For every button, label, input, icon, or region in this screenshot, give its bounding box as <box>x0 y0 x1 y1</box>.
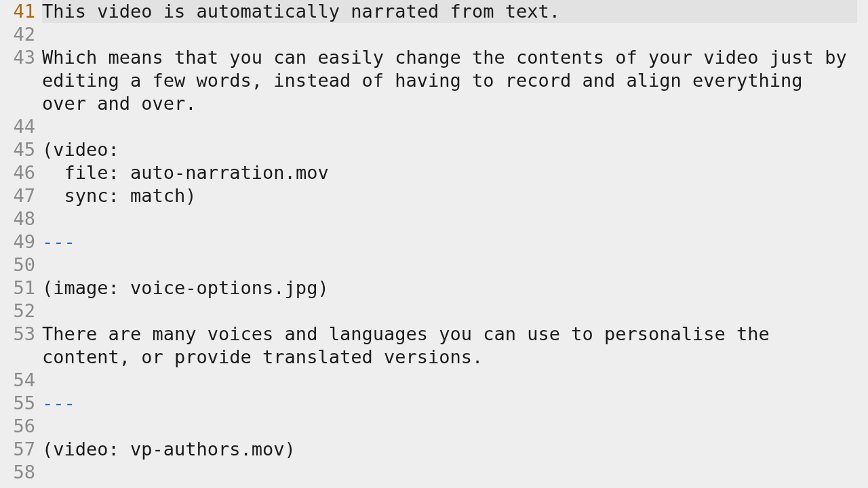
editor-line[interactable]: 54 <box>0 369 868 392</box>
line-number: 54 <box>0 369 42 392</box>
editor-line[interactable]: 46 file: auto-narration.mov <box>0 161 868 184</box>
line-number: 58 <box>0 461 42 484</box>
line-text: sync: match) <box>42 185 197 206</box>
line-number: 41 <box>0 0 42 23</box>
line-number: 45 <box>0 138 42 161</box>
line-number: 44 <box>0 115 42 138</box>
line-number: 55 <box>0 392 42 415</box>
editor-line[interactable]: 57(video: vp-authors.mov) <box>0 438 868 461</box>
line-content[interactable]: Which means that you can easily change t… <box>42 46 868 115</box>
editor-line[interactable]: 52 <box>0 300 868 323</box>
line-number: 46 <box>0 161 42 184</box>
line-text: There are many voices and languages you … <box>42 323 781 367</box>
line-content[interactable]: --- <box>42 230 868 253</box>
editor-line[interactable]: 47 sync: match) <box>0 184 868 207</box>
line-content[interactable]: file: auto-narration.mov <box>42 161 868 184</box>
line-content[interactable]: This video is automatically narrated fro… <box>42 0 868 23</box>
editor-line[interactable]: 49--- <box>0 230 868 253</box>
editor-line[interactable]: 51(image: voice-options.jpg) <box>0 277 868 300</box>
editor-line[interactable]: 50 <box>0 253 868 277</box>
line-content[interactable]: --- <box>42 392 868 415</box>
line-number: 47 <box>0 184 42 207</box>
line-number: 49 <box>0 230 42 253</box>
line-text: Which means that you can easily change t… <box>42 47 858 114</box>
line-content[interactable]: (video: <box>42 138 868 161</box>
horizontal-rule-token: --- <box>42 392 75 413</box>
line-number: 48 <box>0 207 42 230</box>
line-number: 50 <box>0 253 42 277</box>
editor-line[interactable]: 42 <box>0 23 868 46</box>
editor-line[interactable]: 55--- <box>0 392 868 415</box>
line-number: 53 <box>0 323 42 346</box>
line-text: (video: vp-authors.mov) <box>42 439 296 460</box>
editor-line[interactable]: 43Which means that you can easily change… <box>0 46 868 115</box>
editor-line[interactable]: 45(video: <box>0 138 868 161</box>
line-number: 52 <box>0 300 42 323</box>
line-content[interactable]: (image: voice-options.jpg) <box>42 277 868 300</box>
line-number: 56 <box>0 415 42 438</box>
line-content[interactable]: sync: match) <box>42 184 868 207</box>
editor-line[interactable]: 53There are many voices and languages yo… <box>0 323 868 369</box>
line-text: (video: <box>42 139 119 160</box>
editor-line[interactable]: 44 <box>0 115 868 138</box>
line-number: 51 <box>0 277 42 300</box>
horizontal-rule-token: --- <box>42 231 75 252</box>
editor-line[interactable]: 56 <box>0 415 868 438</box>
editor-line[interactable]: 48 <box>0 207 868 230</box>
line-text: (image: voice-options.jpg) <box>42 277 329 298</box>
line-number: 57 <box>0 438 42 461</box>
editor-line[interactable]: 41This video is automatically narrated f… <box>0 0 868 23</box>
line-content[interactable]: There are many voices and languages you … <box>42 323 868 369</box>
line-number: 43 <box>0 46 42 69</box>
code-editor[interactable]: 41This video is automatically narrated f… <box>0 0 868 484</box>
editor-line[interactable]: 58 <box>0 461 868 484</box>
line-content[interactable]: (video: vp-authors.mov) <box>42 438 868 461</box>
line-text: This video is automatically narrated fro… <box>42 1 560 22</box>
line-number: 42 <box>0 23 42 46</box>
line-text: file: auto-narration.mov <box>42 162 329 183</box>
